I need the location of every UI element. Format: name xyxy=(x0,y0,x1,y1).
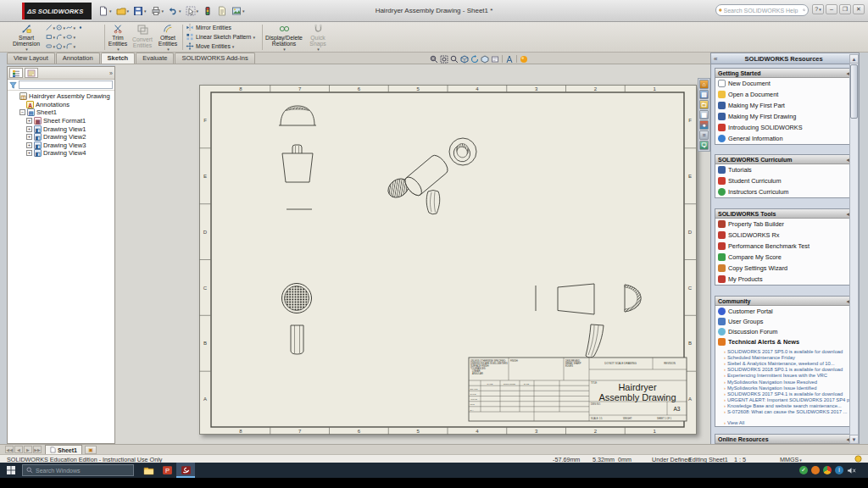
tree-item-annotations[interactable]: A Annotations xyxy=(11,101,114,109)
link-solidworks-rx[interactable]: SOLIDWORKS Rx xyxy=(715,230,854,241)
link-student-curriculum[interactable]: Student Curriculum xyxy=(715,175,854,186)
browser-tray-icon[interactable] xyxy=(823,466,832,474)
news-link[interactable]: URGENT ALERT: Important SOLIDWORKS 2017 … xyxy=(715,397,854,403)
link-technical-alerts[interactable]: Technical Alerts & News xyxy=(715,336,854,347)
zoom-area-icon[interactable] xyxy=(440,55,448,64)
help-button[interactable]: ? xyxy=(812,4,824,14)
tree-item-drawing-view2[interactable]: + ◧ Drawing View2 xyxy=(11,133,114,141)
info-tray-icon[interactable]: i xyxy=(835,466,843,474)
first-sheet-button[interactable]: ◀◀ xyxy=(5,446,14,453)
tree-item-sheet-format1[interactable]: + ▦ Sheet Format1 xyxy=(11,117,114,125)
display-delete-relations-button[interactable]: Display/Delete Relations xyxy=(265,23,303,52)
solidworks-resources-tab-icon[interactable]: ⌂ xyxy=(699,80,709,89)
minimize-button[interactable]: – xyxy=(826,4,837,14)
file-explorer-taskbar-icon[interactable] xyxy=(139,463,158,478)
restore-button[interactable]: ❐ xyxy=(839,4,851,14)
update-tray-icon[interactable] xyxy=(811,466,820,474)
tree-item-root[interactable]: ◫ Hairdryer Assembly Drawing xyxy=(11,92,114,101)
save-button[interactable] xyxy=(131,3,148,19)
scroll-up-arrow-icon[interactable]: ▲ xyxy=(850,55,858,64)
trim-entities-button[interactable]: Trim Entities xyxy=(107,23,129,52)
property-manager-tab[interactable] xyxy=(25,68,38,78)
close-button[interactable]: ✕ xyxy=(853,4,865,14)
view-palette-tab-icon[interactable]: ▦ xyxy=(699,110,709,119)
view-all-link[interactable]: View All xyxy=(715,419,854,425)
task-pane-scrollbar[interactable]: ▲ ▼ xyxy=(849,54,859,444)
prev-sheet-button[interactable]: ◀ xyxy=(14,446,23,453)
status-help-icon[interactable] xyxy=(854,455,862,463)
link-customer-portal[interactable]: Customer Portal xyxy=(715,306,854,316)
mirror-entities-button[interactable]: Mirror Entities xyxy=(186,23,260,32)
last-sheet-button[interactable]: ▶▶ xyxy=(33,446,42,453)
link-user-groups[interactable]: User Groups xyxy=(715,316,854,326)
tree-filter-input[interactable] xyxy=(19,80,113,89)
print-button[interactable] xyxy=(149,3,166,19)
news-link[interactable]: SOLIDWORKS 2017 SP5.0 is available for d… xyxy=(715,348,854,354)
polygon-tool[interactable] xyxy=(56,42,65,51)
link-instructors-curriculum[interactable]: Instructors Curriculum xyxy=(715,186,854,197)
link-new-document[interactable]: New Document xyxy=(715,78,854,89)
rebuild-button[interactable] xyxy=(201,3,214,19)
next-sheet-button[interactable]: ▶ xyxy=(24,446,32,453)
link-first-drawing[interactable]: Making My First Drawing xyxy=(715,111,854,122)
scroll-down-arrow-icon[interactable]: ▼ xyxy=(850,435,858,443)
ellipse-tool[interactable] xyxy=(66,33,75,42)
link-copy-settings-wizard[interactable]: Copy Settings Wizard xyxy=(715,263,854,274)
file-explorer-tab-icon[interactable]: 🗀 xyxy=(699,100,709,109)
tab-sketch[interactable]: Sketch xyxy=(101,53,136,64)
news-link[interactable]: SOLIDWORKS 2018 SP0.1 is available for d… xyxy=(715,367,854,373)
expand-expander-icon[interactable]: + xyxy=(26,118,32,124)
file-properties-button[interactable] xyxy=(215,3,229,19)
tab-solidworks-add-ins[interactable]: SOLIDWORKS Add-Ins xyxy=(175,53,254,64)
point-tool[interactable] xyxy=(76,24,86,32)
convert-entities-button[interactable]: Convert Entities xyxy=(131,23,154,52)
zoom-fit-icon[interactable] xyxy=(430,55,438,64)
tab-view-layout[interactable]: View Layout xyxy=(7,53,55,64)
solidworks-taskbar-icon[interactable] xyxy=(176,463,195,478)
new-document-button[interactable] xyxy=(97,3,114,19)
display-style-icon[interactable] xyxy=(481,55,489,64)
link-performance-benchmark[interactable]: Performance Benchmark Test xyxy=(715,241,854,252)
refresh-view-icon[interactable] xyxy=(470,55,479,64)
tree-item-drawing-view3[interactable]: + ◧ Drawing View3 xyxy=(11,141,114,150)
tab-evaluate[interactable]: Evaluate xyxy=(136,53,174,64)
powerpoint-taskbar-icon[interactable]: P xyxy=(158,463,176,478)
tab-annotation[interactable]: Annotation xyxy=(56,53,100,64)
sheet-properties-icon[interactable] xyxy=(491,55,499,64)
link-property-tab-builder[interactable]: Property Tab Builder xyxy=(715,219,854,230)
move-entities-button[interactable]: Move Entities xyxy=(186,42,260,51)
expand-expander-icon[interactable]: + xyxy=(26,150,32,156)
online-resources-header[interactable]: Online Resources≪ xyxy=(715,435,854,444)
select-button[interactable] xyxy=(184,3,201,19)
tools-header[interactable]: SOLIDWORKS Tools≪ xyxy=(715,209,854,219)
getting-started-header[interactable]: Getting Started≪ xyxy=(715,69,854,78)
link-general-information[interactable]: General Information xyxy=(715,133,854,144)
drawing-view-grille-front[interactable] xyxy=(282,284,312,313)
collapse-expander-icon[interactable]: − xyxy=(19,109,25,115)
smart-dimension-button[interactable]: Smart Dimension xyxy=(10,23,42,52)
windows-search-box[interactable] xyxy=(22,464,134,476)
expand-panel-icon[interactable]: » xyxy=(109,70,113,76)
graphics-area[interactable]: 87654321 87654321 FEDCBA FEDCBA xyxy=(115,64,710,444)
link-tutorials[interactable]: Tutorials xyxy=(715,164,854,175)
speaker-muted-icon[interactable] xyxy=(847,467,856,474)
quick-snaps-button[interactable]: Quick Snaps xyxy=(305,23,331,52)
linear-sketch-pattern-button[interactable]: Linear Sketch Pattern xyxy=(186,32,260,42)
design-library-tab-icon[interactable]: ▤ xyxy=(699,90,709,99)
annotation-visibility-icon[interactable] xyxy=(505,55,514,64)
tree-item-sheet1[interactable]: − ▤ Sheet1 xyxy=(11,108,114,117)
custom-properties-tab-icon[interactable]: ≡ xyxy=(699,130,709,140)
news-link[interactable]: MySolidworks Navigation Issue Identified xyxy=(715,385,854,391)
news-link[interactable]: S-072608: What can cause the SOLIDWORKS … xyxy=(715,409,854,415)
scrollbar-thumb[interactable] xyxy=(850,64,858,119)
drawing-sheet[interactable]: 87654321 87654321 FEDCBA FEDCBA xyxy=(199,85,697,435)
appearances-tab-icon[interactable]: ● xyxy=(699,120,709,130)
tree-item-drawing-view4[interactable]: + ◧ Drawing View4 xyxy=(11,149,114,158)
spline-tool[interactable] xyxy=(66,24,75,32)
rectangle-tool[interactable] xyxy=(46,33,55,42)
security-check-tray-icon[interactable]: ✓ xyxy=(799,466,808,474)
view-orientation-icon[interactable] xyxy=(460,55,469,64)
open-document-button[interactable] xyxy=(114,3,131,19)
link-open-document[interactable]: Open a Document xyxy=(715,89,854,100)
expand-expander-icon[interactable]: + xyxy=(26,134,32,140)
